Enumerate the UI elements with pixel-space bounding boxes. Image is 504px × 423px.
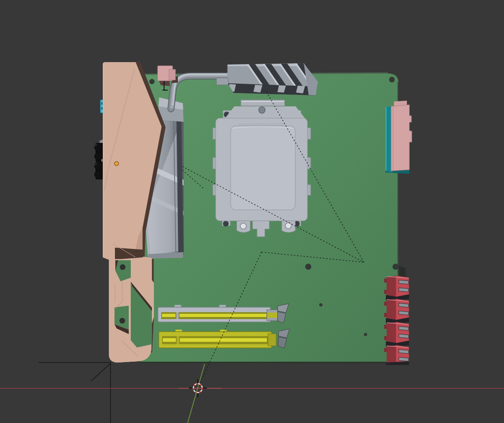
usb-connector-2[interactable] bbox=[384, 299, 409, 324]
shield-screw-hole bbox=[120, 264, 125, 270]
axis-lines bbox=[0, 364, 504, 423]
finned-heatsink[interactable] bbox=[216, 63, 326, 97]
usb-connector-1[interactable] bbox=[384, 276, 409, 300]
usb-connector-4[interactable] bbox=[384, 345, 409, 365]
atx-connector[interactable] bbox=[385, 101, 412, 174]
y-axis-line bbox=[188, 364, 205, 423]
floor-lines bbox=[39, 363, 110, 423]
object-origin-dot bbox=[115, 162, 119, 166]
3d-viewport[interactable] bbox=[0, 0, 504, 423]
cpu-socket-bracket[interactable] bbox=[213, 100, 311, 237]
usb-connector-stack[interactable] bbox=[384, 266, 409, 365]
shield-screw-hole bbox=[119, 318, 125, 324]
usb-connector-3[interactable] bbox=[384, 322, 409, 347]
